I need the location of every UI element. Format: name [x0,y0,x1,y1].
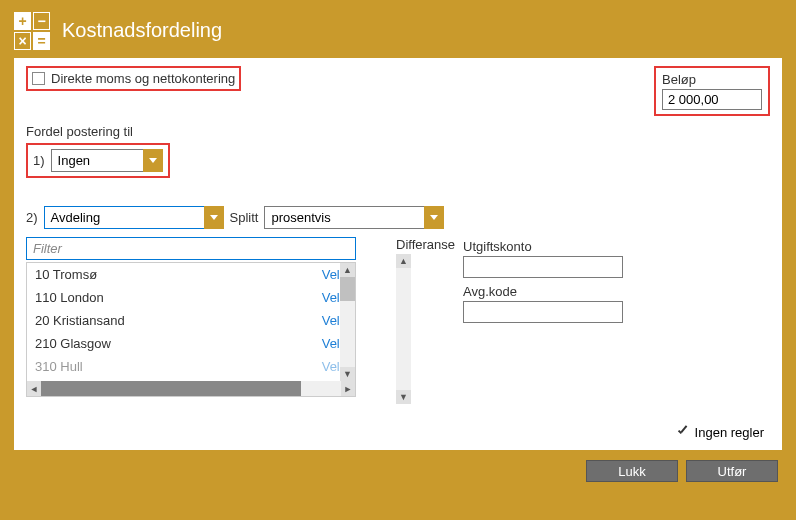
splitt-dropdown[interactable]: prosentvis [264,206,444,229]
app-logo-icon: +−×= [14,12,50,48]
scroll-left-icon[interactable]: ◄ [27,381,41,396]
belop-input[interactable] [662,89,762,110]
avgkode-input[interactable] [463,301,623,323]
ingen-regler-label: Ingen regler [695,425,764,440]
chevron-down-icon [149,158,157,163]
utgiftskonto-input[interactable] [463,256,623,278]
list-item[interactable]: 110 LondonVelg [27,286,355,309]
scroll-right-icon[interactable]: ► [341,381,355,396]
row1-index: 1) [33,153,45,168]
row1-highlight: 1) Ingen [26,143,170,178]
main-panel: Direkte moms og nettokontering Beløp For… [14,58,782,450]
list-vertical-scrollbar[interactable]: ▲ ▼ [340,263,355,381]
row2-dropdown-value: Avdeling [44,206,204,229]
list-item[interactable]: 10 TromsøVelg [27,263,355,286]
belop-label: Beløp [662,72,762,87]
window-header: +−×= Kostnadsfordeling [0,0,796,58]
scroll-up-icon[interactable]: ▲ [396,254,411,268]
utgiftskonto-label: Utgiftskonto [463,239,623,254]
list-item[interactable]: 210 GlasgowVelg [27,332,355,355]
row1-dropdown-button[interactable] [143,149,163,172]
direkte-checkbox[interactable] [32,72,45,85]
window-title: Kostnadsfordeling [62,19,222,42]
row2-dropdown[interactable]: Avdeling [44,206,224,229]
chevron-down-icon [430,215,438,220]
avgkode-label: Avg.kode [463,284,623,299]
differanse-label: Differanse [396,237,455,252]
list-item[interactable]: 310 HullVelg [27,355,355,378]
list-horizontal-scrollbar[interactable]: ◄ ► [27,381,355,396]
ingen-regler-row: Ingen regler [676,425,764,440]
scroll-down-icon[interactable]: ▼ [340,367,355,381]
footer: Lukk Utfør [0,450,796,492]
checkmark-icon[interactable] [676,426,690,440]
splitt-dropdown-button[interactable] [424,206,444,229]
lukk-button[interactable]: Lukk [586,460,678,482]
row1-dropdown-value: Ingen [51,149,143,172]
differanse-scrollbar[interactable]: ▲ ▼ [396,254,411,404]
row1-dropdown[interactable]: Ingen [51,149,163,172]
row2-dropdown-button[interactable] [204,206,224,229]
list-item[interactable]: 20 KristiansandVelg [27,309,355,332]
direkte-label: Direkte moms og nettokontering [51,71,235,86]
chevron-down-icon [210,215,218,220]
scroll-thumb[interactable] [340,277,355,301]
direkte-highlight: Direkte moms og nettokontering [26,66,241,91]
scroll-up-icon[interactable]: ▲ [340,263,355,277]
belop-highlight: Beløp [654,66,770,116]
splitt-dropdown-value: prosentvis [264,206,424,229]
filter-input[interactable]: Filter [26,237,356,260]
row2-index: 2) [26,210,38,225]
scroll-thumb[interactable] [41,381,301,396]
scroll-down-icon[interactable]: ▼ [396,390,411,404]
fordel-label: Fordel postering til [26,124,770,139]
splitt-label: Splitt [230,210,259,225]
avdeling-list: 10 TromsøVelg 110 LondonVelg 20 Kristian… [26,262,356,397]
utfor-button[interactable]: Utfør [686,460,778,482]
